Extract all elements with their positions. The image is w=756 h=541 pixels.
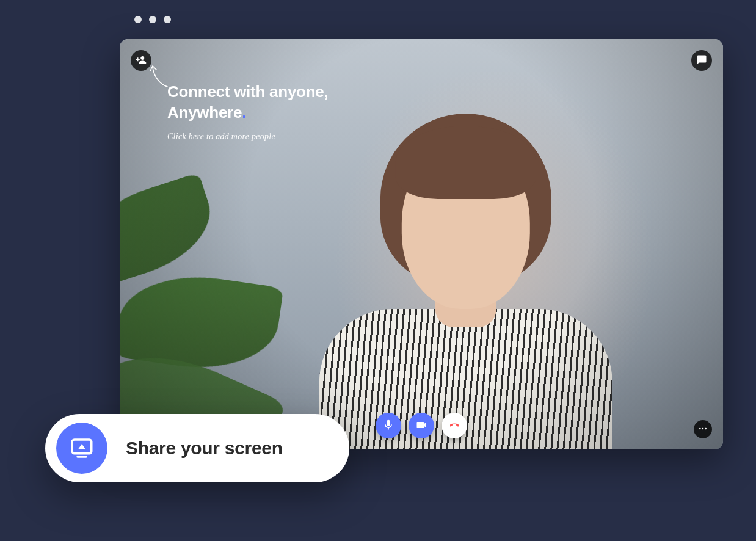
share-screen-label: Share your screen: [126, 438, 283, 459]
screenshare-icon: [56, 423, 107, 474]
share-screen-toast[interactable]: Share your screen: [45, 414, 349, 482]
overlay-title: Connect with anyone, Anywhere.: [167, 82, 328, 123]
svg-point-0: [699, 427, 701, 429]
window-control-maximize-icon[interactable]: [164, 16, 171, 23]
window-title-bar: [120, 5, 723, 34]
video-camera-icon: [415, 419, 427, 433]
call-controls: [376, 413, 467, 438]
more-horizontal-icon: [698, 424, 708, 435]
remote-participant-avatar: [307, 150, 625, 449]
window-control-minimize-icon[interactable]: [149, 16, 156, 23]
open-chat-button[interactable]: [691, 50, 712, 71]
svg-marker-4: [78, 444, 85, 449]
overlay-title-line2: Anywhere: [167, 103, 242, 122]
hang-up-button[interactable]: [442, 413, 467, 438]
person-add-icon: [136, 54, 147, 67]
browser-window: Connect with anyone, Anywhere. Click her…: [120, 5, 723, 481]
microphone-icon: [382, 419, 394, 433]
video-call-panel: Connect with anyone, Anywhere. Click her…: [120, 39, 723, 449]
chat-icon: [696, 54, 707, 67]
toggle-camera-button[interactable]: [409, 413, 434, 438]
overlay-copy: Connect with anyone, Anywhere. Click her…: [167, 82, 328, 142]
overlay-title-line1: Connect with anyone,: [167, 82, 328, 101]
overlay-accent-dot: .: [242, 103, 246, 122]
phone-hangup-icon: [448, 419, 460, 433]
decor-plant-icon: [120, 172, 223, 289]
window-control-close-icon[interactable]: [134, 16, 142, 23]
svg-point-1: [702, 427, 704, 429]
more-options-button[interactable]: [694, 420, 712, 438]
toggle-microphone-button[interactable]: [376, 413, 401, 438]
overlay-subtitle: Click here to add more people: [167, 132, 328, 142]
svg-point-2: [705, 427, 707, 429]
